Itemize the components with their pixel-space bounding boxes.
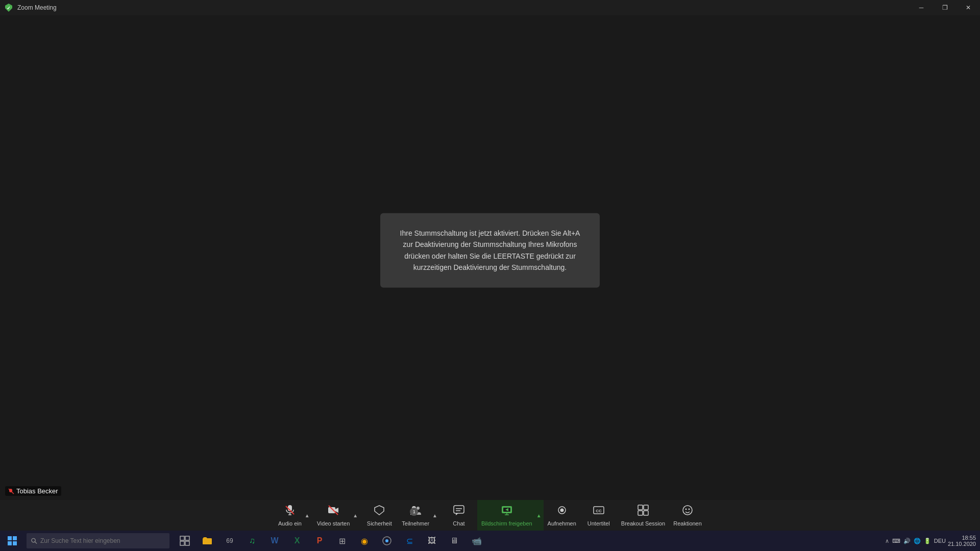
screen-share-label: Bildschirm freigeben (481, 520, 532, 527)
search-bar[interactable] (27, 533, 169, 548)
language-text: DEU (934, 538, 946, 544)
app-69-button[interactable]: 69 (218, 531, 241, 551)
svg-point-47 (385, 539, 388, 542)
taskbar: 69 ♫ W X P ⊞ ◉ ⊆ 🖼 🖥 📹 ∧ ⌨ 🔊 🌐 🔋 DEU 18:… (0, 531, 980, 551)
audio-button[interactable]: Audio ein (274, 500, 304, 531)
svg-rect-37 (13, 536, 17, 540)
svg-rect-31 (638, 511, 643, 515)
record-button[interactable]: Aufnehmen (544, 500, 580, 531)
chrome-button[interactable] (376, 531, 398, 551)
toolbar: Audio ein ▲ Video starten ▲ Sicherheit (0, 500, 980, 531)
emoji-svg (682, 505, 693, 516)
mic-muted-svg (284, 505, 296, 516)
security-button[interactable]: Sicherheit (361, 500, 398, 531)
svg-rect-36 (8, 536, 12, 540)
participant-label: Tobias Becker (5, 486, 61, 496)
screen-share-icon (501, 505, 512, 519)
breakout-label: Breakout Session (621, 520, 665, 527)
reactions-icon (682, 505, 693, 519)
svg-rect-16 (454, 506, 464, 513)
reactions-label: Reaktionen (673, 520, 702, 527)
chat-icon (453, 505, 464, 519)
mic-muted-icon (8, 488, 14, 494)
app-extra-button[interactable]: ⊞ (331, 531, 353, 551)
title-bar-left: ✓ Zoom Meeting (0, 3, 57, 12)
close-button[interactable]: ✕ (957, 0, 980, 15)
svg-rect-29 (638, 505, 643, 510)
subtitle-button[interactable]: CC Untertitel (580, 500, 617, 531)
network-icon[interactable]: 🌐 (914, 538, 921, 544)
audio-chevron[interactable]: ▲ (304, 500, 313, 531)
svg-point-34 (685, 508, 687, 510)
participants-chevron[interactable]: ▲ (431, 500, 440, 531)
search-input[interactable] (40, 537, 165, 544)
video-split[interactable]: Video starten ▲ (313, 500, 361, 531)
minimize-button[interactable]: ─ (910, 0, 933, 15)
svg-rect-45 (185, 541, 189, 545)
svg-point-35 (689, 508, 690, 510)
folder-icon (202, 536, 212, 546)
svg-rect-44 (180, 541, 184, 545)
participants-button[interactable]: 1 Teilnehmer (398, 500, 431, 531)
svg-point-33 (683, 506, 692, 515)
screen-share-button[interactable]: Bildschirm freigeben (477, 500, 534, 531)
screen-share-split[interactable]: Bildschirm freigeben ▲ (477, 500, 544, 531)
video-chevron[interactable]: ▲ (352, 500, 361, 531)
participants-badge: 1 (410, 508, 418, 516)
title-bar: ✓ Zoom Meeting ─ ❐ ✕ (0, 0, 980, 15)
chat-button[interactable]: Chat (440, 500, 477, 531)
svg-rect-30 (644, 505, 648, 510)
participants-icon: 1 (410, 505, 421, 519)
svg-marker-13 (375, 506, 384, 515)
record-label: Aufnehmen (548, 520, 576, 527)
edge-button[interactable]: ⊆ (398, 531, 421, 551)
start-button[interactable] (0, 531, 24, 551)
video-icon (328, 505, 339, 519)
security-icon (374, 505, 385, 519)
restore-button[interactable]: ❐ (933, 0, 957, 15)
video-label: Video starten (317, 520, 350, 527)
battery-icon: 🔋 (924, 538, 931, 544)
breakout-button[interactable]: Breakout Session (617, 500, 669, 531)
task-view-button[interactable] (174, 531, 196, 551)
participants-split[interactable]: 1 Teilnehmer ▲ (398, 500, 440, 531)
screen-share-svg (501, 505, 512, 516)
file-explorer-button[interactable] (196, 531, 218, 551)
subtitle-label: Untertitel (587, 520, 610, 527)
reactions-button[interactable]: Reaktionen (669, 500, 706, 531)
time-display: 18:55 (962, 535, 976, 541)
svg-line-41 (35, 542, 37, 544)
participants-label: Teilnehmer (402, 520, 429, 527)
browser-button[interactable]: ◉ (353, 531, 376, 551)
zoom-button[interactable]: 📹 (465, 531, 488, 551)
spotify-button[interactable]: ♫ (241, 531, 263, 551)
screen-share-chevron[interactable]: ▲ (534, 500, 544, 531)
title-text: Zoom Meeting (17, 4, 57, 11)
desktop-button[interactable]: 🖥 (443, 531, 465, 551)
cc-svg: CC (593, 505, 604, 516)
video-svg (328, 505, 339, 516)
excel-button[interactable]: X (286, 531, 308, 551)
notification-text: Ihre Stummschaltung ist jetzt aktiviert.… (400, 229, 580, 271)
svg-text:CC: CC (596, 509, 602, 513)
svg-rect-43 (185, 536, 189, 540)
audio-split[interactable]: Audio ein ▲ (274, 500, 313, 531)
mic-icon (284, 505, 296, 519)
svg-marker-17 (456, 513, 458, 515)
paint-button[interactable]: 🖼 (421, 531, 443, 551)
video-button[interactable]: Video starten (313, 500, 352, 531)
word-button[interactable]: W (263, 531, 286, 551)
chevron-up-icon[interactable]: ∧ (885, 538, 889, 544)
record-icon (556, 505, 568, 519)
keyboard-icon: ⌨ (892, 538, 900, 544)
breakout-icon (638, 505, 649, 519)
taskbar-clock[interactable]: 18:55 21.10.2020 (948, 535, 976, 547)
powerpoint-button[interactable]: P (308, 531, 331, 551)
security-label: Sicherheit (367, 520, 392, 527)
chat-svg (453, 505, 464, 516)
task-view-icon (180, 536, 190, 546)
windows-icon (7, 536, 17, 546)
svg-rect-42 (180, 536, 184, 540)
volume-icon[interactable]: 🔊 (903, 538, 911, 544)
taskbar-apps: 69 ♫ W X P ⊞ ◉ ⊆ 🖼 🖥 📹 (174, 531, 488, 551)
